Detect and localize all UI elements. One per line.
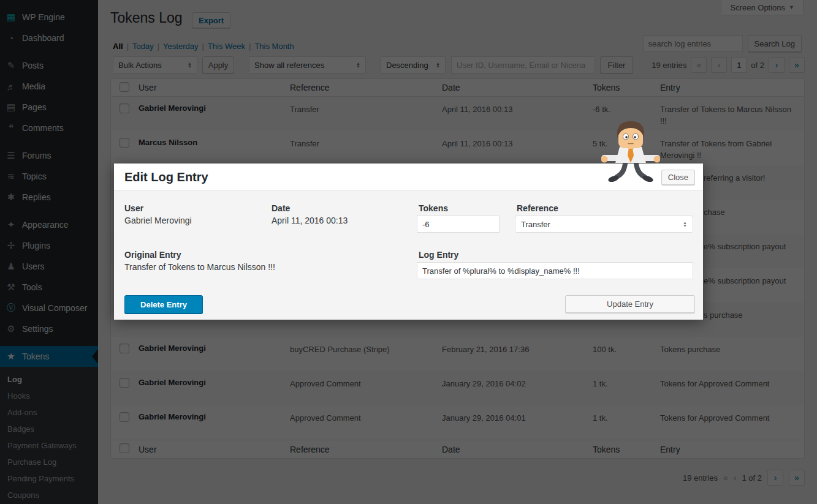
update-entry-button[interactable]: Update Entry (565, 295, 695, 313)
modal-body: User Gabriel Merovingi Date April 11, 20… (114, 191, 703, 319)
date-field-value: April 11, 2016 00:13 (272, 216, 348, 225)
tokens-input[interactable] (417, 216, 500, 233)
mascot-character (601, 120, 660, 185)
select-arrows-icon: ▲▼ (683, 221, 687, 227)
original-entry-label: Original Entry (124, 250, 181, 260)
reference-field-label: Reference (517, 203, 558, 213)
delete-entry-button[interactable]: Delete Entry (124, 295, 203, 314)
tokens-field-label: Tokens (419, 203, 448, 213)
user-field-value: Gabriel Merovingi (124, 216, 192, 225)
reference-select[interactable]: Transfer ▲▼ (515, 216, 693, 233)
wordpress-admin-page: ▦ WP Engine ◔ Dashboard ✎ Posts ♬ Media … (0, 0, 817, 504)
edit-log-entry-modal: Edit Log Entry Close User Gabriel Merovi… (114, 164, 703, 320)
date-field-label: Date (272, 203, 290, 213)
user-field-label: User (124, 203, 143, 213)
log-entry-input[interactable] (417, 262, 693, 279)
original-entry-value: Transfer of Tokens to Marcus Nilsson !!! (124, 262, 275, 272)
log-entry-label: Log Entry (419, 250, 458, 260)
close-button[interactable]: Close (661, 170, 695, 185)
reference-select-value: Transfer (521, 220, 550, 229)
